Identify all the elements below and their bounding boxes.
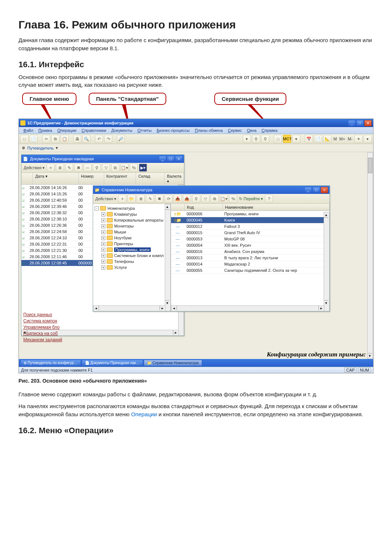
guide-link[interactable]: Поиск данных	[23, 312, 62, 317]
list-item[interactable]: —0000053MotoGP 08	[171, 236, 330, 242]
col-counterparty[interactable]: Контрагент	[104, 173, 136, 184]
guide-link[interactable]: Путеводитель	[27, 146, 54, 150]
taskbar-button[interactable]: 📁 Справочник Номенклатура	[144, 360, 202, 366]
toolbar-button[interactable]: 📥	[174, 195, 182, 203]
guide-link[interactable]: Система компон	[23, 318, 62, 324]
calculator-button[interactable]: MC?	[283, 135, 291, 143]
menu-item[interactable]: Операции	[55, 128, 78, 133]
category-tree[interactable]: -Номенклатура+Клавиатуры+Копировальные а…	[93, 204, 171, 311]
toolbar-button[interactable]: +	[118, 195, 126, 203]
actions-button[interactable]: Действия ▾	[95, 196, 117, 201]
taskbar-button[interactable]: ⊕ Путеводитель по конфигур…	[20, 360, 81, 366]
menu-item[interactable]: Бизнес-процессы	[154, 128, 192, 133]
scrollbar-vertical[interactable]: ▴▾	[324, 212, 330, 311]
toolbar-button[interactable]: □	[20, 135, 28, 143]
maximize-button[interactable]: □	[167, 156, 174, 162]
col-code[interactable]: Код	[185, 204, 223, 211]
col-name[interactable]: Наименование	[223, 204, 330, 211]
toolbar-button[interactable]: 📐	[323, 135, 331, 143]
refresh-icon[interactable]: ⟳	[164, 195, 173, 203]
toolbar-button[interactable]: 📄	[30, 135, 38, 143]
tree-node[interactable]: +Мониторы	[95, 223, 169, 229]
scrollbar-vertical[interactable]: ▴▾	[165, 204, 171, 311]
list-item[interactable]: ±📁0000006Программы, книги	[171, 211, 330, 217]
list-item[interactable]: —0000054XIII век. Русич	[171, 242, 330, 249]
toolbar-button[interactable]: 🔍	[82, 135, 91, 143]
menu-item[interactable]: Правка	[36, 128, 54, 133]
maximize-button[interactable]: □	[313, 187, 320, 193]
paste-icon[interactable]: 📋	[61, 135, 69, 143]
toolbar-button[interactable]: %	[229, 195, 237, 203]
dropdown-button[interactable]: ▾	[243, 135, 251, 143]
redo-icon[interactable]: ↷	[104, 135, 112, 143]
toolbar-button[interactable]: 📤	[183, 195, 191, 203]
operations-link[interactable]: Операции	[131, 411, 157, 417]
tree-node[interactable]: +Услуги	[95, 264, 169, 270]
maximize-button[interactable]: □	[356, 120, 364, 126]
filter-icon[interactable]: ▽	[201, 195, 209, 203]
list-item[interactable]: —0000055Санитары подземелий 2. Охота за …	[171, 267, 330, 274]
menu-item[interactable]: Справка	[259, 128, 280, 133]
copy-icon[interactable]: ⧉	[51, 135, 59, 143]
toolbar-button[interactable]: 📄	[314, 135, 322, 143]
col-warehouse[interactable]: Склад	[136, 173, 165, 184]
list-item[interactable]: —0000015Grand Theft Auto IV	[171, 230, 330, 236]
delete-icon[interactable]: ✖	[155, 195, 163, 203]
toolbar-button[interactable]: ▶▾	[139, 164, 147, 172]
scrollbar-horizontal[interactable]: ◂▸	[171, 305, 324, 311]
menu-item[interactable]: Отчеты	[135, 128, 154, 133]
toolbar-button[interactable]: ⚲	[252, 135, 260, 143]
delete-icon[interactable]: ✖	[74, 164, 82, 172]
col-currency[interactable]: Валюта ▴	[165, 173, 184, 184]
close-button[interactable]: ×	[321, 187, 328, 193]
toolbar-button[interactable]: 🖶	[73, 135, 81, 143]
workspace-scrollbar[interactable]: ▾	[367, 152, 373, 359]
toolbar-button[interactable]: ⧉	[211, 195, 219, 203]
undo-icon[interactable]: ↶	[95, 135, 103, 143]
tree-node[interactable]: +Ноутбуки	[95, 235, 169, 241]
dropdown-button[interactable]: ▾	[292, 135, 300, 143]
guide-link[interactable]: Управляемая бло	[23, 325, 62, 330]
toolbar-button[interactable]: 🔎	[117, 135, 125, 143]
toolbar-button[interactable]: ⚲	[261, 135, 269, 143]
settings-icon[interactable]: ✶	[354, 135, 362, 143]
toolbar-button[interactable]: ⚲	[192, 195, 200, 203]
menu-item[interactable]: Справочники	[79, 128, 109, 133]
list-item[interactable]: —0000012Fallout 3	[171, 223, 330, 230]
item-list[interactable]: ±📁0000006Программы, книги±📁0000045Книги—…	[171, 211, 330, 311]
menu-item[interactable]: Сервис	[226, 128, 244, 133]
list-item[interactable]: —0000014Мадагаскар 2	[171, 261, 330, 267]
calendar-icon[interactable]: 📅	[305, 135, 313, 143]
minimize-button[interactable]: _	[345, 156, 353, 162]
toolbar-button[interactable]: 📋▾	[220, 195, 228, 203]
toolbar-button[interactable]: ✎	[65, 164, 73, 172]
minimize-button[interactable]: _	[348, 120, 355, 126]
filter-icon[interactable]: ▽	[102, 164, 110, 172]
cut-icon[interactable]: ✂	[42, 135, 50, 143]
actions-button[interactable]: Действия ▾	[23, 165, 45, 170]
add-icon[interactable]: +	[47, 164, 55, 172]
taskbar-button[interactable]: 📄 Документы Приходная нак…	[82, 360, 143, 366]
guide-link[interactable]: Подписка на соб	[23, 331, 62, 336]
goto-button[interactable]: ↻ Перейти ▾	[238, 196, 264, 201]
toolbar-button[interactable]: 📋▾	[120, 164, 129, 172]
menu-item[interactable]: Планы обмена	[192, 128, 225, 133]
list-item[interactable]: —0000013В тылу врага 2: Лис пустыни	[171, 255, 330, 261]
col-date[interactable]: Дата ▾	[33, 173, 79, 184]
dropdown-icon[interactable]: ▾	[56, 146, 58, 150]
guide-link[interactable]: Механизм заданий	[23, 337, 62, 342]
toolbar-button[interactable]: ⚲	[93, 164, 101, 172]
toolbar-button[interactable]: %	[130, 164, 138, 172]
tree-node[interactable]: +Мыши	[95, 229, 169, 235]
scrollbar-horizontal[interactable]: ◂▸	[93, 305, 166, 311]
minimize-button[interactable]: _	[159, 156, 166, 162]
tree-node[interactable]: +Клавиатуры	[95, 211, 169, 217]
tree-node[interactable]: +Программы, книги	[95, 247, 169, 253]
tree-node[interactable]: +Телефоны	[95, 259, 169, 264]
tree-node[interactable]: +Принтеры	[95, 241, 169, 247]
menu-item[interactable]: Окна	[245, 128, 259, 133]
minimize-button[interactable]: _	[304, 187, 312, 193]
dropdown-button[interactable]: ▾	[364, 135, 372, 143]
toolbar-button[interactable]: ≣	[56, 164, 64, 172]
toolbar-button[interactable]: ⧉	[111, 164, 119, 172]
